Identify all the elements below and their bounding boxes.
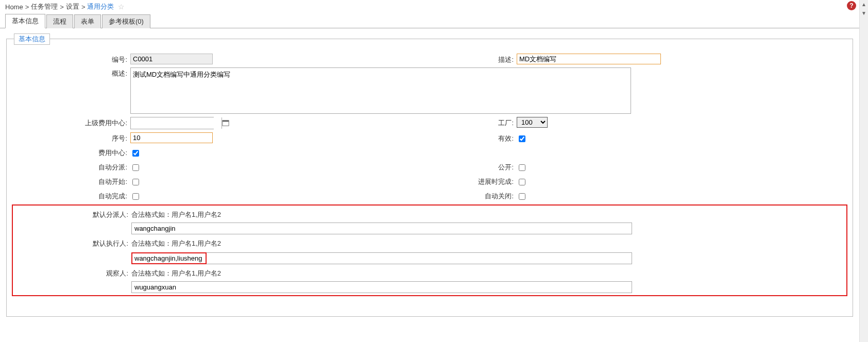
costcenter-label: 费用中心:: [12, 147, 130, 158]
overview-label: 概述:: [12, 67, 130, 78]
public-label: 公开:: [398, 161, 517, 172]
public-checkbox[interactable]: [519, 164, 525, 171]
seq-field[interactable]: [130, 132, 213, 143]
autostart-checkbox[interactable]: [132, 179, 139, 185]
watcher-label: 观察人:: [15, 267, 131, 278]
tab-process[interactable]: 流程: [46, 14, 73, 28]
parent-costcenter-picker-icon[interactable]: [222, 117, 229, 129]
assignee-field[interactable]: [131, 223, 632, 234]
code-label: 编号:: [12, 54, 130, 64]
help-icon[interactable]: ?: [847, 1, 856, 10]
desc-label: 描述:: [398, 54, 517, 64]
autostart-label: 自动开始:: [12, 176, 130, 186]
breadcrumb-settings[interactable]: 设置: [66, 2, 79, 11]
scroll-down-icon[interactable]: ▼: [860, 9, 868, 18]
code-field: [130, 54, 213, 64]
assignee-hint: 合法格式如：用户名1,用户名2: [131, 209, 221, 219]
executor-hint: 合法格式如：用户名1,用户名2: [131, 237, 221, 248]
executor-red-highlight: [131, 252, 632, 264]
desc-field[interactable]: [517, 54, 661, 64]
seq-label: 序号:: [12, 132, 130, 143]
autodone-label: 自动完成:: [12, 190, 130, 201]
favorite-star-icon[interactable]: ☆: [118, 3, 125, 11]
autodone-checkbox[interactable]: [132, 193, 139, 200]
watcher-hint: 合法格式如：用户名1,用户名2: [131, 267, 221, 278]
breadcrumb-sep: >: [60, 3, 64, 11]
breadcrumb-task-mgmt[interactable]: 任务管理: [31, 2, 58, 11]
parent-costcenter-field[interactable]: [131, 117, 222, 129]
plant-label: 工厂:: [398, 117, 517, 128]
autoclose-checkbox[interactable]: [519, 193, 525, 200]
breadcrumb-current[interactable]: 通用分类: [87, 2, 114, 11]
autoassign-checkbox[interactable]: [132, 164, 139, 171]
tabs: 基本信息 流程 表单 参考模板(0): [0, 13, 859, 28]
autoassign-label: 自动分派:: [12, 161, 130, 172]
executor-label: 默认执行人:: [15, 237, 131, 248]
parent-costcenter-lookup[interactable]: [130, 117, 214, 129]
parent-costcenter-label: 上级费用中心:: [12, 117, 130, 128]
valid-label: 有效:: [398, 132, 517, 143]
plant-select[interactable]: 100: [517, 117, 548, 128]
tab-basic-info[interactable]: 基本信息: [5, 14, 45, 28]
watcher-field[interactable]: [131, 281, 632, 293]
tab-templates[interactable]: 参考模板(0): [102, 14, 150, 28]
tab-form[interactable]: 表单: [74, 14, 101, 28]
costcenter-checkbox[interactable]: [132, 150, 139, 157]
breadcrumb-home[interactable]: Home: [5, 3, 23, 11]
breadcrumb: Home > 任务管理 > 设置 > 通用分类 ☆ ?: [0, 0, 859, 13]
assignee-label: 默认分派人:: [15, 209, 131, 219]
progressdone-label: 进展时完成:: [398, 176, 517, 186]
breadcrumb-sep: >: [81, 3, 86, 11]
vertical-scrollbar[interactable]: ▲ ▼: [859, 0, 868, 342]
valid-checkbox[interactable]: [519, 135, 525, 142]
scroll-up-icon[interactable]: ▲: [860, 0, 868, 9]
panel-legend: 基本信息: [14, 33, 50, 45]
basic-info-panel: 基本信息 编号: 描述: 概述:: [6, 39, 853, 317]
progressdone-checkbox[interactable]: [519, 179, 525, 185]
breadcrumb-sep: >: [25, 3, 29, 11]
overview-field[interactable]: [130, 67, 631, 114]
highlighted-region: 默认分派人: 合法格式如：用户名1,用户名2 默认执行人: 合法格式如：用户名1…: [12, 204, 847, 296]
executor-field[interactable]: [131, 252, 632, 264]
svg-rect-1: [223, 121, 229, 122]
autoclose-label: 自动关闭:: [398, 190, 517, 201]
